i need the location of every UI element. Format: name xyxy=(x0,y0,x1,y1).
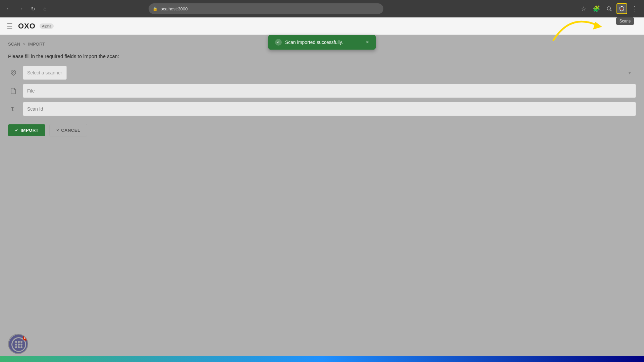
avatar-dot xyxy=(20,344,22,346)
scans-tooltip: Scans xyxy=(616,17,634,25)
star-button[interactable]: ☆ xyxy=(578,3,589,14)
avatar-dot xyxy=(18,341,20,343)
page-content: SCAN > IMPORT Please fill in the require… xyxy=(0,35,644,362)
cancel-x-icon: × xyxy=(56,128,59,133)
home-button[interactable]: ⌂ xyxy=(40,4,50,13)
breadcrumb-import: IMPORT xyxy=(28,42,45,47)
svg-point-2 xyxy=(621,8,623,10)
search-button[interactable] xyxy=(604,3,614,14)
extension-button[interactable]: 🧩 xyxy=(591,3,602,14)
forward-button[interactable]: → xyxy=(16,4,25,13)
user-avatar[interactable]: 10 xyxy=(8,334,28,354)
chevron-down-icon: ▼ xyxy=(627,70,632,75)
avatar-dot xyxy=(18,344,20,346)
breadcrumb-separator: > xyxy=(23,42,25,47)
avatar-circle: 10 xyxy=(9,335,28,354)
scanner-row: Select a scanner ▼ xyxy=(8,66,636,80)
toast-check-icon: ✓ xyxy=(275,39,282,46)
button-row: ✓ IMPORT × CANCEL xyxy=(8,124,636,136)
cancel-label: CANCEL xyxy=(61,128,80,133)
avatar-dot xyxy=(18,346,20,348)
toast-message: Scan imported successfully. xyxy=(285,40,343,45)
avatar-dot xyxy=(20,346,22,348)
refresh-button[interactable]: ↻ xyxy=(28,4,38,13)
alpha-badge: Alpha xyxy=(40,23,54,29)
svg-point-0 xyxy=(607,7,610,10)
text-icon: T xyxy=(8,104,19,114)
scan-id-input[interactable] xyxy=(23,102,636,116)
scan-id-row: T xyxy=(8,102,636,116)
avatar-dot xyxy=(15,346,17,348)
breadcrumb-scan: SCAN xyxy=(8,42,20,47)
shield-button[interactable] xyxy=(616,3,627,14)
avatar-dot xyxy=(15,341,17,343)
address-bar[interactable]: 🔒 localhost:3000 xyxy=(149,3,383,14)
import-form: Please fill in the required fields to im… xyxy=(8,53,636,136)
menu-button[interactable]: ⋮ xyxy=(629,3,640,14)
svg-line-1 xyxy=(610,10,611,11)
avatar-dot xyxy=(15,344,17,346)
lock-icon: 🔒 xyxy=(153,6,158,11)
scanner-select-wrapper: Select a scanner ▼ xyxy=(23,66,636,80)
avatar-dot-grid xyxy=(15,341,22,348)
file-row xyxy=(8,84,636,98)
cancel-button[interactable]: × CANCEL xyxy=(49,124,87,136)
toast-close-button[interactable]: × xyxy=(366,39,369,45)
avatar-dot xyxy=(20,341,22,343)
scanner-icon xyxy=(8,67,19,78)
browser-actions: ☆ 🧩 ⋮ xyxy=(578,3,640,14)
import-button[interactable]: ✓ IMPORT xyxy=(8,124,45,136)
bottom-bar xyxy=(0,356,644,362)
import-check-icon: ✓ xyxy=(15,128,19,133)
url-text: localhost:3000 xyxy=(160,6,188,11)
file-icon xyxy=(8,85,19,96)
import-label: IMPORT xyxy=(21,128,39,133)
app-header: ☰ OXO Alpha xyxy=(0,17,644,35)
notification-badge: 10 xyxy=(23,335,28,341)
svg-text:T: T xyxy=(11,107,14,112)
hamburger-button[interactable]: ☰ xyxy=(5,21,14,32)
toast-container: ✓ Scan imported successfully. × xyxy=(268,35,376,50)
toast-notification: ✓ Scan imported successfully. × xyxy=(268,35,376,50)
form-title: Please fill in the required fields to im… xyxy=(8,53,636,59)
app-logo: OXO xyxy=(18,22,36,31)
scanner-select[interactable]: Select a scanner xyxy=(23,66,67,80)
browser-chrome: ← → ↻ ⌂ 🔒 localhost:3000 ☆ 🧩 ⋮ xyxy=(0,0,644,17)
file-input[interactable] xyxy=(23,84,636,98)
svg-point-4 xyxy=(13,72,14,73)
back-button[interactable]: ← xyxy=(4,4,13,13)
